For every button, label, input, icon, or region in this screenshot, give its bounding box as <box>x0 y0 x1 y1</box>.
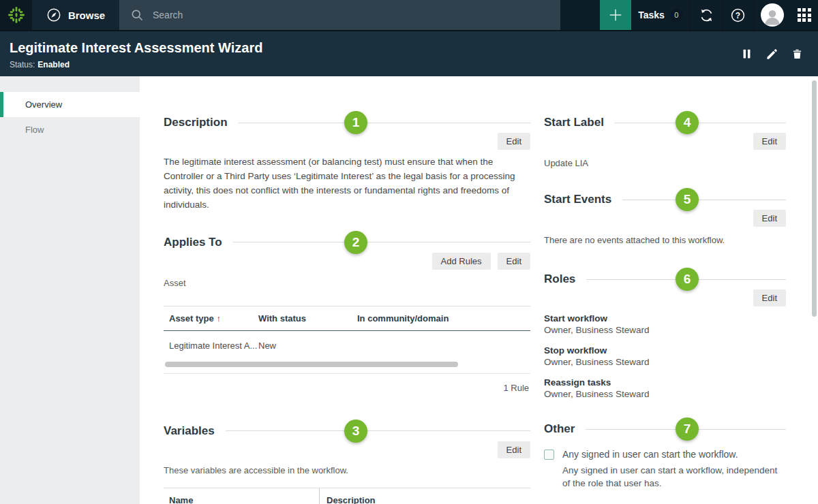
brand-logo-icon <box>7 5 26 25</box>
apps-button[interactable] <box>790 0 818 30</box>
other-title: Other <box>544 422 575 436</box>
cell-community-domain <box>357 341 530 351</box>
help-icon: ? <box>730 7 746 23</box>
any-user-label: Any signed in user can start the workflo… <box>562 448 738 461</box>
table-row[interactable]: Legitimate Interest A... New <box>164 331 530 358</box>
sync-icon <box>699 7 714 23</box>
applies-to-title: Applies To <box>164 236 222 249</box>
app-logo[interactable] <box>0 0 32 30</box>
column-with-status[interactable]: With status <box>258 313 357 324</box>
user-menu[interactable] <box>753 0 790 30</box>
start-events-edit-button[interactable]: Edit <box>753 210 786 227</box>
step-badge-6: 6 <box>676 268 699 291</box>
role-entry-reassign-tasks: Reassign tasks Owner, Business Steward <box>544 377 786 399</box>
section-applies-to: Applies To 2 Add Rules Edit Asset Asset … <box>164 236 530 393</box>
page-title: Legitimate Interest Assessment Wizard <box>10 40 262 56</box>
compass-icon <box>46 7 61 22</box>
section-roles: Roles 6 Edit Start workflow Owner, Busin… <box>544 272 786 399</box>
person-icon <box>762 6 783 27</box>
tasks-button[interactable]: Tasks 0 <box>631 0 690 30</box>
section-rule <box>239 123 530 123</box>
sync-button[interactable] <box>690 0 722 30</box>
start-events-title: Start Events <box>544 193 611 206</box>
section-variables: Variables 3 Edit These variables are acc… <box>164 424 530 504</box>
section-other: Other 7 Any signed in user can start the… <box>544 422 786 504</box>
column-asset-type[interactable]: Asset type ↑ <box>164 313 258 324</box>
step-badge-1: 1 <box>344 111 367 134</box>
add-rules-button[interactable]: Add Rules <box>432 253 491 270</box>
step-badge-7: 7 <box>676 418 699 441</box>
section-rule <box>615 123 786 123</box>
role-entry-start-workflow: Start workflow Owner, Business Steward <box>544 313 786 335</box>
description-title: Description <box>164 116 228 129</box>
step-badge-4: 4 <box>676 111 699 134</box>
create-button[interactable] <box>600 0 631 30</box>
option-any-signed-in-user: Any signed in user can start the workflo… <box>544 448 786 490</box>
apps-grid-icon <box>798 8 811 22</box>
plus-icon <box>608 7 623 22</box>
topbar-spacer <box>560 0 600 30</box>
start-label-edit-button[interactable]: Edit <box>753 133 786 150</box>
status-label: Status: <box>10 60 35 69</box>
start-events-empty-text: There are no events attached to this wor… <box>544 235 786 245</box>
column-description[interactable]: Description <box>319 488 530 504</box>
variables-subtitle: These variables are accessible in the wo… <box>164 465 530 475</box>
rules-table: Asset type ↑ With status In community/do… <box>164 306 530 393</box>
section-rule <box>233 242 530 242</box>
vertical-scrollbar[interactable] <box>812 80 817 317</box>
section-rule <box>226 430 530 431</box>
edit-pencil-icon[interactable] <box>766 48 778 61</box>
page-header: Legitimate Interest Assessment Wizard St… <box>0 31 818 76</box>
roles-title: Roles <box>544 272 575 286</box>
avatar <box>761 3 784 27</box>
top-navigation-bar: Browse Tasks 0 <box>0 0 818 31</box>
variables-table: Name Description mandatoryRoleIds Please… <box>164 488 530 504</box>
table-bottom-border <box>164 373 530 374</box>
column-name[interactable]: Name <box>164 488 319 504</box>
pause-workflow-icon[interactable] <box>741 48 753 60</box>
section-rule <box>622 200 786 200</box>
sidebar-item-flow[interactable]: Flow <box>0 117 140 142</box>
tasks-label: Tasks <box>638 10 665 20</box>
section-start-events: Start Events 5 Edit There are no events … <box>544 193 786 245</box>
applies-to-edit-button[interactable]: Edit <box>498 253 530 270</box>
svg-text:?: ? <box>736 10 740 20</box>
start-label-title: Start Label <box>544 116 604 129</box>
delete-trash-icon[interactable] <box>791 48 803 61</box>
sidebar-item-overview[interactable]: Overview <box>0 92 140 117</box>
browse-button[interactable]: Browse <box>32 0 119 30</box>
description-text: The legitimate interest assessment (or b… <box>164 155 530 212</box>
search-icon <box>130 8 144 22</box>
any-user-description: Any signed in user can start a workflow,… <box>562 464 786 490</box>
status-value: Enabled <box>37 60 70 69</box>
topbar-actions: Tasks 0 ? <box>560 0 818 30</box>
rule-count: 1 Rule <box>164 383 530 393</box>
step-badge-3: 3 <box>344 420 367 443</box>
applies-to-scope: Asset <box>164 278 530 288</box>
cell-with-status: New <box>258 341 357 351</box>
section-description: Description 1 Edit The legitimate intere… <box>164 116 530 212</box>
start-label-value: Update LIA <box>544 158 786 168</box>
help-button[interactable]: ? <box>722 0 753 30</box>
horizontal-scrollbar[interactable] <box>165 362 458 367</box>
column-community-domain[interactable]: In community/domain <box>357 313 530 324</box>
variables-title: Variables <box>164 424 215 438</box>
description-edit-button[interactable]: Edit <box>498 133 530 150</box>
roles-edit-button[interactable]: Edit <box>753 289 786 306</box>
status-line: Status:Enabled <box>10 60 262 69</box>
sort-asc-icon: ↑ <box>216 313 221 324</box>
step-badge-2: 2 <box>344 231 367 254</box>
cell-asset-type: Legitimate Interest A... <box>164 341 258 351</box>
section-start-label: Start Label 4 Edit Update LIA <box>544 116 786 168</box>
tasks-count-badge: 0 <box>670 9 683 22</box>
main-content: Description 1 Edit The legitimate intere… <box>140 76 818 504</box>
any-user-checkbox[interactable] <box>544 450 554 460</box>
variables-edit-button[interactable]: Edit <box>498 441 530 458</box>
step-badge-5: 5 <box>676 188 699 211</box>
global-search[interactable] <box>119 0 560 30</box>
role-entry-stop-workflow: Stop workflow Owner, Business Steward <box>544 345 786 367</box>
browse-label: Browse <box>68 10 105 21</box>
sidebar: Overview Flow <box>0 76 140 504</box>
search-input[interactable] <box>153 10 540 20</box>
